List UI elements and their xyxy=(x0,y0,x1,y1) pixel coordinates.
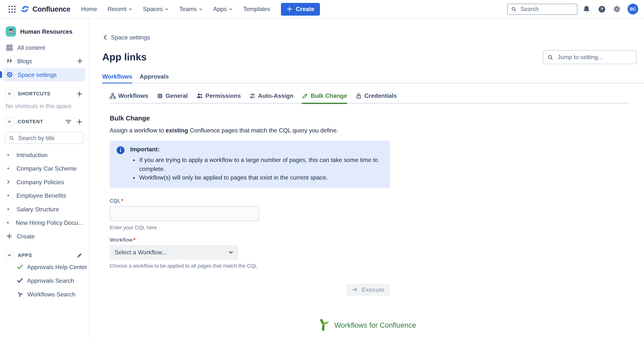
bell-icon xyxy=(583,6,590,13)
space-header[interactable]: Human Resources xyxy=(0,26,89,37)
page-tree-item[interactable]: • New Hiring Policy Docum... xyxy=(0,216,89,229)
help-button[interactable]: ? xyxy=(596,3,608,15)
collapse-apps-button[interactable] xyxy=(5,251,14,260)
sidebar-create-page[interactable]: Create xyxy=(0,229,89,243)
nav-home[interactable]: Home xyxy=(81,6,97,12)
cql-input[interactable] xyxy=(110,206,259,221)
apps-section-header: APPS xyxy=(0,250,89,260)
required-asterisk: * xyxy=(121,198,123,204)
bullet-icon: • xyxy=(7,206,9,212)
plus-icon xyxy=(6,233,12,239)
chevron-down-icon xyxy=(8,120,12,124)
create-button[interactable]: Create xyxy=(281,3,320,15)
confluence-logo[interactable]: Confluence xyxy=(20,5,70,14)
arrow-right-icon xyxy=(352,286,358,293)
create-approval-token-link[interactable]: Create an Approval Token xyxy=(376,336,435,337)
top-menu: Home Recent Spaces Teams Apps Templates xyxy=(81,6,270,12)
cql-label: CQL* xyxy=(110,198,630,204)
workflow-label: Workflow* xyxy=(110,237,630,243)
help-icon: ? xyxy=(598,5,606,13)
footer-brand: Workflows for Confluence xyxy=(317,318,416,332)
bullet-icon: • xyxy=(7,192,9,199)
user-guides-link[interactable]: User Guides xyxy=(298,336,327,337)
global-search-input[interactable] xyxy=(520,6,573,13)
edit-apps-button[interactable] xyxy=(76,252,82,258)
space-nav: All content Blogs xyxy=(0,41,89,82)
confluence-app: Confluence Home Recent Spaces Teams Apps… xyxy=(0,0,644,337)
subtab-general[interactable]: General xyxy=(157,92,188,104)
settings-button[interactable] xyxy=(611,3,623,15)
workflow-select[interactable]: Select a Workflow... xyxy=(110,245,238,260)
tab-workflows[interactable]: Workflows xyxy=(102,73,132,83)
add-shortcut-button[interactable] xyxy=(76,91,82,97)
bulk-change-description: Assign a workflow to existing Confluence… xyxy=(110,127,630,134)
plus-icon xyxy=(77,58,83,64)
subtab-credentials[interactable]: Credentials xyxy=(356,92,397,104)
nav-recent[interactable]: Recent xyxy=(108,6,132,12)
plus-icon xyxy=(76,91,82,97)
bullet-icon: • xyxy=(7,165,9,171)
collapse-content-button[interactable] xyxy=(5,117,14,126)
sidebar-app-approvals-help-center[interactable]: Approvals Help Center xyxy=(0,260,89,274)
app-switcher-button[interactable] xyxy=(6,3,18,15)
page-tree-item[interactable]: • Company Car Scheme xyxy=(0,162,89,175)
topbar-right-cluster: ? BC xyxy=(507,3,638,15)
content-search[interactable] xyxy=(5,132,84,144)
subtab-bulk-change[interactable]: Bulk Change xyxy=(302,92,347,104)
filter-content-button[interactable] xyxy=(65,119,72,125)
sidebar-item-all-content[interactable]: All content xyxy=(0,41,89,55)
chevron-down-icon xyxy=(228,250,233,254)
page-tree-item[interactable]: Company Policies xyxy=(0,175,89,189)
breadcrumb[interactable]: Space settings xyxy=(102,34,150,41)
page-tree-item[interactable]: • Employee Benefits xyxy=(0,189,89,202)
page-tree-item[interactable]: • Introduction xyxy=(0,148,89,162)
content-search-input[interactable] xyxy=(18,134,80,142)
nav-spaces[interactable]: Spaces xyxy=(143,6,168,12)
chevron-down-icon xyxy=(8,253,12,257)
add-content-button[interactable] xyxy=(76,119,82,125)
nav-templates[interactable]: Templates xyxy=(243,6,270,12)
sidebar-item-blogs[interactable]: Blogs xyxy=(0,54,89,68)
contact-support-link[interactable]: Contact Support xyxy=(333,336,370,337)
coffee-cup-icon xyxy=(8,29,14,35)
bulk-change-heading: Bulk Change xyxy=(110,115,630,122)
nav-teams[interactable]: Teams xyxy=(179,6,202,12)
workflows-panel: Workflows General Permissions xyxy=(102,92,630,296)
subtab-workflows[interactable]: Workflows xyxy=(110,92,148,104)
user-avatar[interactable]: BC xyxy=(628,4,638,15)
workflow-subtabs: Workflows General Permissions xyxy=(110,92,630,104)
execute-button[interactable]: Execute xyxy=(346,283,390,296)
chevron-left-icon xyxy=(102,35,108,40)
jump-to-setting-input[interactable] xyxy=(557,54,632,61)
search-icon xyxy=(548,54,553,60)
content-title: CONTENT xyxy=(18,119,62,125)
chevron-down-icon xyxy=(8,92,12,96)
filter-icon xyxy=(65,119,72,125)
jump-to-setting-search[interactable] xyxy=(543,50,636,64)
page-tree-item[interactable]: • Salary Structure xyxy=(0,202,89,216)
globe-icon xyxy=(157,93,163,99)
sidebar-app-workflows-search[interactable]: Workflows Search xyxy=(0,287,89,301)
sidebar-item-space-settings[interactable]: Space settings xyxy=(3,68,86,82)
chevron-down-icon xyxy=(199,7,202,11)
subtab-permissions[interactable]: Permissions xyxy=(196,92,241,104)
sitemap-icon xyxy=(110,93,116,99)
subtab-auto-assign[interactable]: Auto-Assign xyxy=(250,92,294,104)
info-bullet-list: If you are trying to apply a workflow to… xyxy=(130,156,383,182)
confluence-mark-icon xyxy=(20,5,30,14)
add-blog-button[interactable] xyxy=(77,58,83,64)
sidebar-app-approvals-search[interactable]: Approvals Search xyxy=(0,274,89,287)
global-search[interactable] xyxy=(507,4,578,15)
chevron-right-icon[interactable] xyxy=(6,180,10,184)
collapse-shortcuts-button[interactable] xyxy=(5,89,14,98)
nav-apps[interactable]: Apps xyxy=(213,6,232,12)
notifications-button[interactable] xyxy=(580,3,592,15)
tab-approvals[interactable]: Approvals xyxy=(140,73,169,83)
plus-icon xyxy=(76,119,82,125)
avatar-initials: BC xyxy=(630,7,636,12)
info-bullet: If you are trying to apply a workflow to… xyxy=(139,156,383,174)
chevron-down-icon xyxy=(165,7,168,11)
app-footer: Workflows for Confluence User Guides - C… xyxy=(102,318,631,337)
tabs-divider xyxy=(102,83,644,83)
workflows-logo-icon xyxy=(317,318,331,332)
